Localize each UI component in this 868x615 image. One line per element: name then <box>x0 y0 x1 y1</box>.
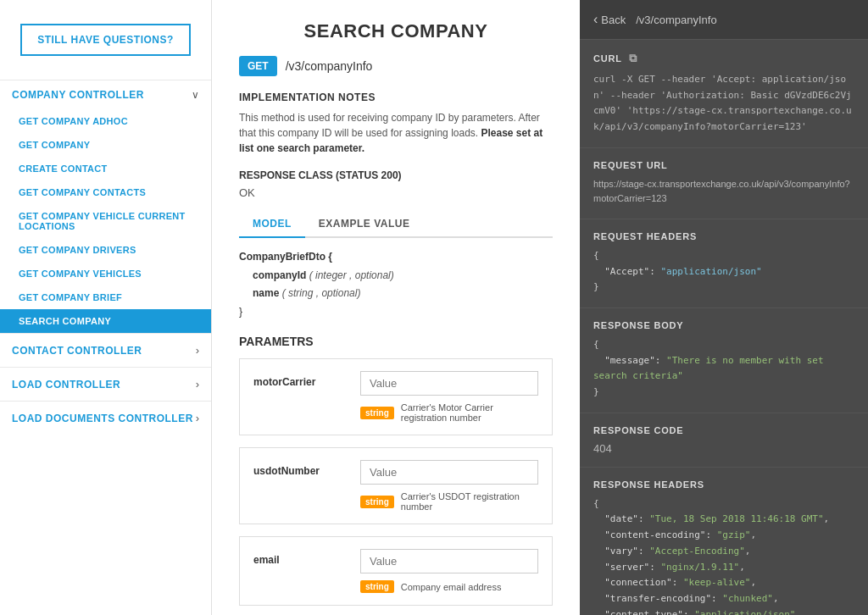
tab-model[interactable]: MODEL <box>239 211 305 238</box>
rh-connection-value: "keep-alive" <box>683 577 750 588</box>
response-class-title: RESPONSE CLASS (STATUS 200) <box>239 169 553 181</box>
request-headers-section: REQUEST HEADERS { "Accept": "application… <box>580 219 868 308</box>
string-badge-usdot: string <box>360 496 394 508</box>
load-controller-chevron-icon: › <box>196 378 199 391</box>
param-desc-usdot: Carrier's USDOT registration number <box>401 491 538 512</box>
rh-encoding-value: "gzip" <box>717 529 751 540</box>
http-method-badge: GET <box>239 56 277 76</box>
right-panel: ‹ Back /v3/companyInfo CURL ⧉ curl -X GE… <box>580 0 868 615</box>
sidebar-item-get-company-drivers[interactable]: GET COMPANY DRIVERS <box>0 238 211 262</box>
company-controller-header[interactable]: COMPANY CONTROLLER ∨ <box>0 80 211 109</box>
rh-date-value: "Tue, 18 Sep 2018 11:46:18 GMT" <box>649 513 823 524</box>
right-panel-header: ‹ Back /v3/companyInfo <box>580 0 868 40</box>
sidebar-item-get-company[interactable]: GET COMPANY <box>0 133 211 157</box>
impl-notes-title: IMPLEMENTATION NOTES <box>239 91 553 103</box>
param-name-email: email <box>253 549 347 566</box>
response-status-ok: OK <box>239 186 553 199</box>
param-block-usdot: usdotNumber string Carrier's USDOT regis… <box>239 447 553 524</box>
response-code-value: 404 <box>593 442 854 455</box>
param-type-row-email: string Company email address <box>360 580 538 593</box>
still-questions-button[interactable]: STILL HAVE QUESTIONS? <box>20 24 191 56</box>
rh-encoding-key: "content-encoding": <box>604 529 711 540</box>
model-content: CompanyBriefDto { companyId ( integer , … <box>239 248 553 321</box>
response-body-title: RESPONSE BODY <box>593 320 854 330</box>
rh-server-value: "nginx/1.9.11" <box>660 562 739 573</box>
contact-controller-chevron-icon: › <box>196 344 199 357</box>
param-input-area-email: string Company email address <box>360 549 538 593</box>
load-controller-header[interactable]: LOAD CONTROLLER › <box>0 367 211 401</box>
model-tabs: MODEL EXAMPLE VALUE <box>239 211 553 238</box>
model-field-name-type: ( string , optional) <box>282 287 361 299</box>
response-code-title: RESPONSE CODE <box>593 425 854 435</box>
page-title: SEARCH COMPANY <box>239 20 553 42</box>
request-headers-title: REQUEST HEADERS <box>593 231 854 241</box>
response-headers-title: RESPONSE HEADERS <box>593 479 854 490</box>
model-close-bracket: } <box>239 306 242 318</box>
param-name-motor-carrier: motorCarrier <box>253 371 347 388</box>
param-type-row-usdot: string Carrier's USDOT registration numb… <box>360 491 538 512</box>
request-url-value: https://stage-cx.transportexchange.co.uk… <box>593 177 854 207</box>
rh-connection-key: "connection": <box>604 577 677 588</box>
param-name-usdot: usdotNumber <box>253 460 347 477</box>
response-headers-code: { "date": "Tue, 18 Sep 2018 11:46:18 GMT… <box>593 496 854 615</box>
response-body-code: { "message": "There is no member with se… <box>593 337 854 401</box>
back-label: Back <box>601 14 626 26</box>
param-input-email[interactable] <box>360 549 538 573</box>
model-field-name-name: name <box>253 287 279 299</box>
back-button[interactable]: ‹ Back <box>593 12 626 27</box>
contact-controller-title: CONTACT CONTROLLER <box>12 345 142 357</box>
rh-transfer-key: "transfer-encoding": <box>604 593 716 604</box>
model-field-company-id-name: companyId <box>253 269 306 281</box>
load-controller-title: LOAD CONTROLLER <box>12 379 120 391</box>
accept-key: "Accept": <box>604 266 655 277</box>
sidebar-item-get-company-brief[interactable]: GET COMPANY BRIEF <box>0 285 211 309</box>
model-class-name: CompanyBriefDto { <box>239 251 332 263</box>
curl-section: CURL ⧉ curl -X GET --header 'Accept: app… <box>580 40 868 148</box>
main-content: SEARCH COMPANY GET /v3/companyInfo IMPLE… <box>212 0 580 615</box>
rh-date-key: "date": <box>604 513 643 524</box>
param-desc-email: Company email address <box>401 582 502 592</box>
sidebar-item-get-company-adhoc[interactable]: GET COMPANY ADHOC <box>0 109 211 133</box>
impl-notes-text: This method is used for receiving compan… <box>239 110 553 156</box>
param-block-email: email string Company email address <box>239 536 553 606</box>
param-input-motor-carrier[interactable] <box>360 371 538 396</box>
rh-content-type-value: "application/json" <box>694 609 795 615</box>
sidebar-item-get-company-vehicles[interactable]: GET COMPANY VEHICLES <box>0 262 211 285</box>
load-documents-controller-header[interactable]: LOAD DOCUMENTS CONTROLLER › <box>0 401 211 435</box>
param-type-row-motor-carrier: string Carrier's Motor Carrier registrat… <box>360 402 538 423</box>
string-badge-motor-carrier: string <box>360 407 394 419</box>
endpoint-path: /v3/companyInfo <box>286 59 373 73</box>
response-message-key: "message": <box>604 355 660 366</box>
param-block-motor-carrier: motorCarrier string Carrier's Motor Carr… <box>239 358 553 435</box>
rh-transfer-value: "chunked" <box>722 593 773 604</box>
sidebar-item-create-contact[interactable]: CREATE CONTACT <box>0 157 211 180</box>
tab-example-value[interactable]: EXAMPLE VALUE <box>305 211 424 238</box>
rh-vary-value: "Accept-Encoding" <box>649 546 745 557</box>
rh-vary-key: "vary": <box>604 546 643 557</box>
request-url-section: REQUEST URL https://stage-cx.transportex… <box>580 148 868 219</box>
sidebar-item-get-company-contacts[interactable]: GET COMPANY CONTACTS <box>0 180 211 204</box>
company-controller-title: COMPANY CONTROLLER <box>12 89 144 101</box>
back-arrow-icon: ‹ <box>593 12 598 27</box>
string-badge-email: string <box>360 580 394 593</box>
accept-value: "application/json" <box>660 266 761 277</box>
request-url-title: REQUEST URL <box>593 160 854 170</box>
response-body-section: RESPONSE BODY { "message": "There is no … <box>580 308 868 413</box>
load-documents-controller-chevron-icon: › <box>196 412 199 424</box>
company-controller-items: GET COMPANY ADHOC GET COMPANY CREATE CON… <box>0 109 211 333</box>
param-input-usdot[interactable] <box>360 460 538 485</box>
param-input-area-usdot: string Carrier's USDOT registration numb… <box>360 460 538 512</box>
sidebar-item-search-company[interactable]: SEARCH COMPANY <box>0 309 211 333</box>
load-documents-controller-title: LOAD DOCUMENTS CONTROLLER <box>12 413 193 424</box>
param-input-area-motor-carrier: string Carrier's Motor Carrier registrat… <box>360 371 538 423</box>
rh-server-key: "server": <box>604 562 655 573</box>
copy-curl-icon[interactable]: ⧉ <box>629 52 637 65</box>
sidebar-item-get-company-vehicle-locations[interactable]: GET COMPANY VEHICLE CURRENT LOCATIONS <box>0 204 211 238</box>
company-controller-chevron-icon: ∨ <box>192 89 199 101</box>
endpoint-row: GET /v3/companyInfo <box>239 56 553 76</box>
response-code-section: RESPONSE CODE 404 <box>580 413 868 468</box>
contact-controller-header[interactable]: CONTACT CONTROLLER › <box>0 333 211 367</box>
sidebar: STILL HAVE QUESTIONS? COMPANY CONTROLLER… <box>0 0 212 615</box>
response-headers-section: RESPONSE HEADERS { "date": "Tue, 18 Sep … <box>580 468 868 615</box>
request-headers-code: { "Accept": "application/json" } <box>593 248 854 296</box>
